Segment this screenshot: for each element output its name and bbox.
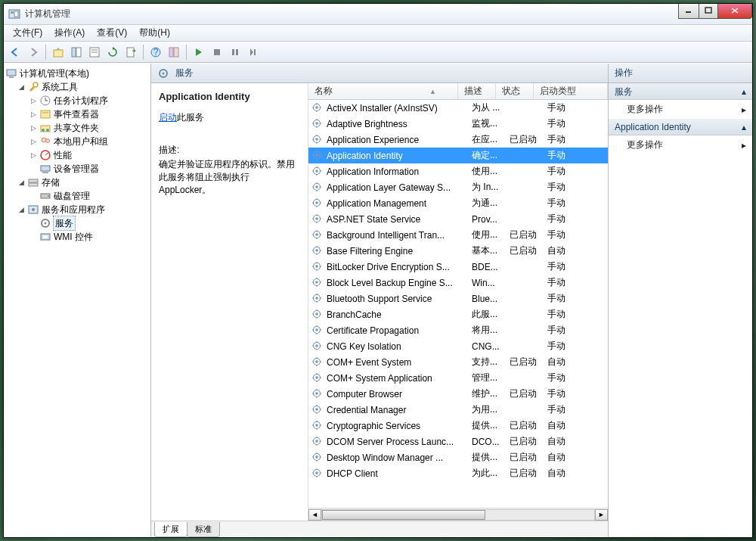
svg-point-52 — [316, 106, 318, 107]
tree-panel[interactable]: 计算机管理(本地) ◢ 系统工具 ▷任务计划程序 ▷事件查看器 ▷共享文件夹 — [4, 64, 151, 537]
service-row[interactable]: Bluetooth Support ServiceBlue...手动 — [308, 291, 608, 306]
service-row[interactable]: BitLocker Drive Encryption S...BDE...手动 — [308, 259, 608, 275]
tree-services-apps[interactable]: ◢ 服务和应用程序 — [17, 203, 149, 216]
scroll-left-button[interactable]: ◄ — [308, 509, 321, 521]
tree-shared-folders[interactable]: ▷共享文件夹 — [29, 121, 149, 135]
tree-services[interactable]: ▷服务 — [29, 216, 149, 230]
start-service-button[interactable] — [191, 44, 207, 61]
service-status: 已启动 — [510, 244, 547, 257]
action-section-services[interactable]: 服务 ▴ — [609, 83, 752, 100]
menu-file[interactable]: 文件(F) — [7, 25, 48, 41]
properties-button[interactable] — [86, 44, 103, 61]
tree-wmi[interactable]: ▷WMI 控件 — [29, 230, 149, 244]
close-button[interactable] — [717, 4, 752, 19]
service-status: 已启动 — [510, 356, 547, 368]
service-row[interactable]: Application Management为通...手动 — [308, 195, 608, 211]
svg-rect-4 — [705, 8, 711, 13]
service-row[interactable]: Background Intelligent Tran...使用...已启动手动 — [308, 227, 608, 243]
tab-standard[interactable]: 标准 — [187, 522, 220, 537]
list-body[interactable]: ActiveX Installer (AxInstSV)为从 ...手动Adap… — [308, 100, 608, 508]
expand-icon[interactable]: ▷ — [29, 151, 38, 160]
service-row[interactable]: COM+ System Application管理...手动 — [308, 370, 608, 386]
tree-device-manager[interactable]: ▷设备管理器 — [29, 162, 149, 176]
window-controls — [679, 4, 752, 19]
service-row[interactable]: Application Identity确定...手动 — [308, 148, 608, 163]
service-row[interactable]: Base Filtering Engine基本...已启动自动 — [308, 243, 608, 259]
service-row[interactable]: Application Information使用...手动 — [308, 163, 608, 179]
service-desc: 管理... — [472, 372, 510, 384]
scroll-thumb[interactable] — [322, 510, 485, 520]
tree-performance[interactable]: ▷性能 — [29, 148, 149, 162]
service-row[interactable]: ActiveX Installer (AxInstSV)为从 ...手动 — [308, 100, 608, 116]
service-startup: 手动 — [547, 324, 608, 337]
action-more-services[interactable]: 更多操作 ▸ — [609, 100, 752, 119]
column-desc[interactable]: 描述 — [458, 83, 496, 99]
service-row[interactable]: Block Level Backup Engine S...Win...手动 — [308, 275, 608, 291]
service-name: ActiveX Installer (AxInstSV) — [327, 103, 472, 113]
service-row[interactable]: CNG Key IsolationCNG...手动 — [308, 338, 608, 354]
tree-local-users[interactable]: ▷本地用户和组 — [29, 135, 149, 148]
restart-service-button[interactable] — [245, 44, 262, 61]
back-button[interactable] — [7, 44, 23, 61]
column-status[interactable]: 状态 — [496, 83, 534, 99]
show-hide-tree-button[interactable] — [68, 44, 85, 61]
tree-system-tools[interactable]: ◢ 系统工具 — [17, 80, 149, 94]
stop-service-button[interactable] — [209, 44, 225, 61]
expand-icon[interactable]: ▷ — [29, 138, 38, 146]
column-startup[interactable]: 启动类型 — [534, 83, 608, 99]
forward-button[interactable] — [25, 44, 42, 61]
service-desc: Blue... — [472, 294, 510, 304]
tree-event-viewer[interactable]: ▷事件查看器 — [29, 107, 149, 121]
start-service-link[interactable]: 启动 — [159, 112, 177, 123]
service-row[interactable]: DHCP Client为此...已启动自动 — [308, 465, 608, 481]
service-row[interactable]: Certificate Propagation将用...手动 — [308, 322, 608, 338]
service-name: Computer Browser — [327, 389, 472, 400]
service-row[interactable]: Cryptographic Services提供...已启动自动 — [308, 418, 608, 434]
service-row[interactable]: Adaptive Brightness监视...手动 — [308, 116, 608, 132]
action-more-identity[interactable]: 更多操作 ▸ — [609, 135, 752, 154]
service-row[interactable]: Desktop Window Manager ...提供...已启动自动 — [308, 449, 608, 465]
service-row[interactable]: Computer Browser维护...已启动手动 — [308, 386, 608, 402]
export-button[interactable] — [122, 44, 139, 61]
service-row[interactable]: DCOM Server Process Launc...DCO...已启动自动 — [308, 434, 608, 449]
service-row[interactable]: BranchCache此服...手动 — [308, 306, 608, 322]
service-row[interactable]: COM+ Event System支持...已启动自动 — [308, 354, 608, 370]
svg-point-154 — [316, 376, 318, 378]
tree-disk-management[interactable]: ▷磁盘管理 — [29, 189, 149, 203]
service-row[interactable]: Application Experience在应...已启动手动 — [308, 132, 608, 148]
help-button[interactable]: ? — [147, 44, 164, 61]
up-button[interactable] — [50, 44, 67, 61]
menu-help[interactable]: 帮助(H) — [133, 25, 176, 41]
expand-icon[interactable]: ▷ — [29, 97, 38, 105]
svg-rect-21 — [254, 49, 256, 55]
menu-action[interactable]: 操作(A) — [48, 25, 91, 41]
toolbar-button-2[interactable] — [166, 44, 182, 61]
tab-extended[interactable]: 扩展 — [154, 522, 187, 537]
collapse-icon[interactable]: ◢ — [17, 83, 26, 92]
expand-icon[interactable]: ▷ — [29, 110, 38, 119]
action-section-identity[interactable]: Application Identity ▴ — [609, 119, 752, 135]
service-row[interactable]: Application Layer Gateway S...为 In...手动 — [308, 179, 608, 195]
collapse-icon[interactable]: ◢ — [17, 206, 26, 214]
service-startup: 手动 — [547, 372, 608, 384]
maximize-button[interactable] — [699, 4, 718, 19]
tree-task-scheduler[interactable]: ▷任务计划程序 — [29, 94, 149, 107]
expand-icon[interactable]: ▷ — [29, 124, 38, 132]
svg-point-178 — [316, 440, 318, 441]
tree-storage[interactable]: ◢ 存储 — [17, 176, 149, 189]
tree-root[interactable]: 计算机管理(本地) — [5, 67, 149, 80]
body-area: 计算机管理(本地) ◢ 系统工具 ▷任务计划程序 ▷事件查看器 ▷共享文件夹 — [4, 63, 752, 537]
horizontal-scrollbar[interactable]: ◄ ► — [308, 508, 608, 521]
titlebar[interactable]: 计算机管理 — [4, 4, 752, 25]
service-row[interactable]: Credential Manager为用...手动 — [308, 402, 608, 418]
scroll-right-button[interactable]: ► — [595, 509, 608, 521]
scroll-track[interactable] — [321, 509, 595, 521]
menu-view[interactable]: 查看(V) — [91, 25, 133, 41]
column-name[interactable]: 名称▲ — [308, 83, 458, 99]
collapse-icon[interactable]: ◢ — [17, 179, 26, 187]
minimize-button[interactable] — [678, 4, 699, 19]
pause-service-button[interactable] — [227, 44, 243, 61]
refresh-button[interactable] — [104, 44, 121, 61]
service-row[interactable]: ASP.NET State ServiceProv...手动 — [308, 211, 608, 227]
svg-point-32 — [46, 129, 49, 132]
